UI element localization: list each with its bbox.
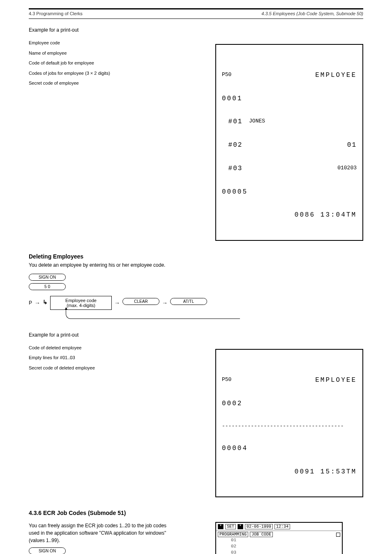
scroll-indicator-icon [336, 533, 340, 537]
screen-crumbs: PROGRAMMING JOB CODE [216, 531, 342, 537]
ra-code: 0001 [222, 95, 242, 104]
key-clear[interactable]: CLEAR [122, 298, 159, 305]
rb-dash: -------------------------------------- [222, 422, 344, 430]
header-left: 4.3 Programming of Clerks [29, 11, 83, 16]
key-attl[interactable]: AT/TL [170, 298, 207, 305]
del-keys: SIGN ON 5 0 [29, 274, 363, 293]
sect51-keys: SIGN ON 5 1 [29, 547, 203, 554]
anno-a-4: Secret code of employee [29, 80, 177, 87]
thin-rule [29, 18, 363, 19]
loop-back-arc [66, 310, 240, 319]
anno-b-0: Code of deleted employee [29, 344, 177, 351]
rb-title: EMPLOYEE [315, 376, 357, 385]
example-a-title: Example for a print-out [29, 27, 363, 33]
chip-time: 12:34 [274, 524, 290, 529]
del-proc: P Employee code (max. 4-digits) CLEAR AT… [29, 296, 363, 310]
ra-trailer: 00005 [222, 188, 248, 197]
rb-footer: 0091 15:53TM [295, 468, 357, 477]
rb-code: 0002 [222, 399, 242, 409]
anno-a-2: Code of default job for employee [29, 60, 177, 67]
proc-start: P [29, 300, 32, 306]
ra-row2-idx: #03 [228, 164, 243, 173]
anno-b-1: Empty lines for #01..03 [29, 354, 177, 361]
register-screen: * SET * 02-06-1999 12:34 PROGRAMMING JOB… [215, 522, 343, 554]
arrow-icon-2 [114, 300, 120, 306]
del-sub: You delete an employee by entering his o… [29, 262, 363, 268]
ra-footer: 0086 13:04TM [295, 211, 357, 220]
receipt-b: P50 EMPLOYEE 0002 ----------------------… [215, 349, 363, 497]
key-50[interactable]: 5 0 [29, 283, 66, 290]
receipt-a: P50 EMPLOYEE 0001 #01 JONES #0201 #03010… [215, 44, 363, 241]
proc-step1: Employee code (max. 4-digits) [50, 296, 112, 310]
ra-row0-name: JONES [249, 118, 265, 127]
screen-topbar: * SET * 02-06-1999 12:34 [216, 523, 342, 531]
key-sign-on[interactable]: SIGN ON [29, 274, 66, 281]
crumb-programming: PROGRAMMING [218, 532, 248, 537]
header-right: 4.3.5 Employees (Job Code System, Submod… [261, 11, 363, 16]
anno-a-1: Name of employee [29, 50, 177, 57]
screen-list[interactable]: 01 02 03 04 05 06 07 08 [216, 537, 342, 554]
example-b-row: Code of deleted employee Empty lines for… [29, 341, 363, 497]
page-header: 4.3 Programming of Clerks 4.3.5 Employee… [29, 11, 363, 16]
ra-row1-r: 01 [347, 141, 357, 150]
example-a-row: Employee code Name of employee Code of d… [29, 36, 363, 241]
rb-trailer: 00004 [222, 444, 248, 453]
ra-row0-idx: #01 [228, 118, 243, 127]
sect51-title: 4.3.6 ECR Job Codes (Submode 51) [29, 510, 363, 516]
anno-a-0: Employee code [29, 39, 177, 46]
rb-p50: P50 [222, 376, 231, 385]
list-item[interactable]: 02 [231, 543, 340, 549]
sect51-para1: You can freely assign the ECR job codes … [29, 522, 177, 544]
chip-bullet-l: * [218, 524, 224, 529]
key-sign-on-2[interactable]: SIGN ON [29, 547, 66, 554]
arrow-branch-icon [43, 300, 48, 306]
top-rule [29, 8, 363, 9]
ra-p50: P50 [222, 71, 231, 80]
example-b-title: Example for a print-out [29, 332, 363, 338]
ra-row2-r: 010203 [337, 164, 357, 173]
chip-bullet-r: * [238, 524, 243, 529]
ra-row1-idx: #02 [228, 141, 243, 150]
anno-a-3: Codes of jobs for employee (3 × 2 digits… [29, 70, 177, 77]
ra-title: EMPLOYEE [315, 71, 357, 80]
arrow-icon [35, 300, 40, 306]
list-item[interactable]: 03 [231, 549, 340, 554]
list-item[interactable]: 01 [231, 537, 340, 543]
del-title: Deleting Employees [29, 253, 363, 260]
chip-date: 02-06-1999 [245, 524, 273, 529]
arrow-icon-3 [162, 300, 168, 306]
sect51-row: You can freely assign the ECR job codes … [29, 519, 363, 554]
chip-set: SET [225, 524, 236, 529]
anno-b-2: Secret code of deleted employee [29, 365, 177, 372]
crumb-jobcode: JOB CODE [250, 532, 273, 537]
